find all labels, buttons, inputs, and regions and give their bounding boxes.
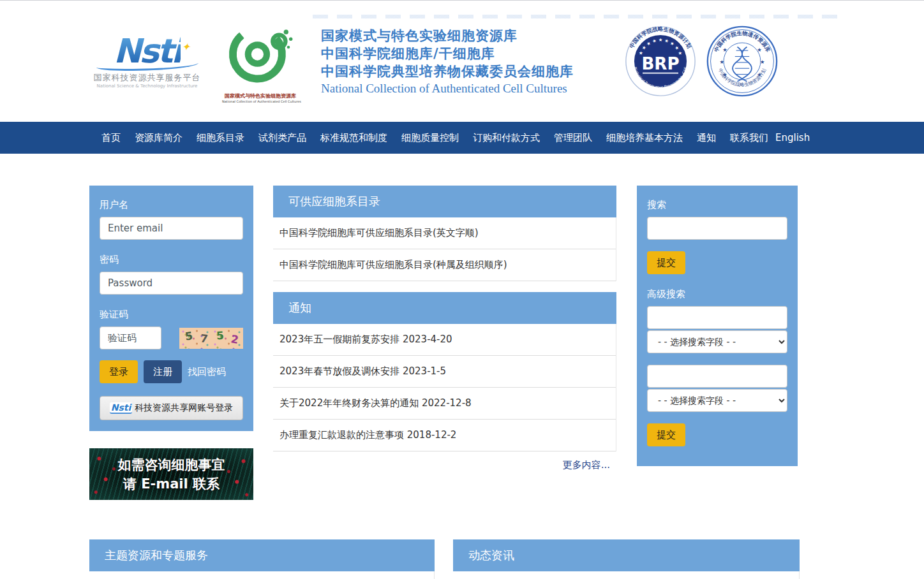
nav-item-contact[interactable]: 联系我们: [723, 132, 775, 144]
topics-section: 主题资源和专题服务 肺细胞和肺癌细胞资源推介 2023-7-18: [89, 539, 435, 579]
notices-section: 通知 2023年五一假期前复苏安排 2023-4-20 2023年春节放假及调休…: [273, 292, 616, 471]
dna-badge-icon: 中国科学院生物遗传资源库 中国科学院战略生物资源计划 ★★ ★★ ★★: [706, 26, 778, 97]
nav-item-notices[interactable]: 通知: [690, 132, 723, 144]
catalog-item-species-tissue[interactable]: 中国科学院细胞库可供应细胞系目录(种属及组织顺序): [273, 249, 616, 281]
catalog-section: 可供应细胞系目录 中国科学院细胞库可供应细胞系目录(英文字顺) 中国科学院细胞库…: [273, 186, 616, 281]
svg-text:★: ★: [722, 47, 727, 53]
search-field-select-wrap: - - 选择搜索字段 - -: [647, 389, 787, 412]
notice-date: 2022-12-8: [422, 397, 472, 409]
notice-date: 2023-1-5: [403, 365, 446, 377]
search-submit-button[interactable]: 提交: [647, 251, 685, 274]
search-panel: 搜索 提交 高级搜索 - - 选择搜索字段 - - - - 选择搜索字段 - -…: [637, 186, 798, 466]
captcha-input[interactable]: [100, 326, 161, 349]
search-label: 搜索: [647, 199, 787, 211]
nacc-caption-en: National Collection of Authenticated Cel…: [222, 99, 299, 103]
login-panel: 用户名 密码 验证码 5 7 5 2 登录 注册 找回密码 Nsti: [89, 186, 253, 431]
topics-section-header: 主题资源和专题服务: [89, 539, 435, 571]
nav-item-home[interactable]: 首页: [94, 132, 128, 144]
forgot-password-link[interactable]: 找回密码: [188, 366, 226, 378]
nacc-logo[interactable]: 国家模式与特色实验细胞资源库 National Collection of Au…: [222, 19, 299, 103]
catalog-item-alphabetical[interactable]: 中国科学院细胞库可供应细胞系目录(英文字顺): [273, 217, 616, 249]
search-input[interactable]: [647, 217, 787, 240]
captcha-label: 验证码: [100, 309, 243, 321]
sparkle-icon: ✦: [182, 30, 188, 64]
notice-title: 2023年春节放假及调休安排: [279, 365, 399, 377]
news-item[interactable]: 同行动态：第五届中国干细胞与再生医学协同创新平台大会暨国家干细胞资源库第45期干…: [453, 571, 799, 579]
topic-item[interactable]: 肺细胞和肺癌细胞资源推介 2023-7-18: [89, 571, 434, 579]
news-list: 同行动态：第五届中国干细胞与再生医学协同创新平台大会暨国家干细胞资源库第45期干…: [453, 571, 800, 579]
banner-line-2: 请 E-mail 联系: [123, 474, 220, 494]
notice-title: 办理重复汇款退款的注意事项: [279, 429, 404, 441]
login-buttons-row: 登录 注册 找回密码: [100, 360, 243, 383]
search-field-select-1[interactable]: - - 选择搜索字段 - -: [647, 330, 787, 353]
svg-text:★: ★: [757, 71, 762, 78]
nsti-login-label: 科技资源共享网账号登录: [135, 402, 233, 414]
left-column: 用户名 密码 验证码 5 7 5 2 登录 注册 找回密码 Nsti: [89, 186, 253, 500]
nav-item-quality-control[interactable]: 细胞质量控制: [394, 132, 466, 144]
username-input[interactable]: [100, 217, 243, 240]
notice-date: 2023-4-20: [403, 333, 452, 345]
nav-english-toggle[interactable]: English: [775, 132, 810, 143]
notice-item[interactable]: 关于2022年年终财务决算的通知 2022-12-8: [273, 388, 616, 420]
site-title: 国家模式与特色实验细胞资源库 中国科学院细胞库/干细胞库 中国科学院典型培养物保…: [321, 27, 574, 96]
svg-text:BRP: BRP: [641, 54, 679, 73]
search-field-select-2[interactable]: - - 选择搜索字段 - -: [647, 389, 787, 412]
register-button[interactable]: 注册: [144, 360, 182, 383]
notice-item[interactable]: 2023年五一假期前复苏安排 2023-4-20: [273, 324, 616, 356]
news-section: 动态资讯 同行动态：第五届中国干细胞与再生医学协同创新平台大会暨国家干细胞资源库…: [453, 539, 800, 579]
nacc-caption-zh: 国家模式与特色实验细胞资源库: [222, 92, 299, 99]
nav-item-culture-methods[interactable]: 细胞培养基本方法: [599, 132, 690, 144]
notice-item[interactable]: 2023年春节放假及调休安排 2023-1-5: [273, 356, 616, 388]
nav-item-reagents[interactable]: 试剂类产品: [251, 132, 313, 144]
nav-item-ordering-payment[interactable]: 订购和付款方式: [466, 132, 547, 144]
email-contact-banner[interactable]: 如需咨询细胞事宜 请 E-mail 联系: [89, 448, 253, 500]
captcha-digit: 7: [200, 332, 209, 345]
title-line-3: 中国科学院典型培养物保藏委员会细胞库: [321, 62, 574, 80]
nav-item-about[interactable]: 资源库简介: [128, 132, 190, 144]
password-input[interactable]: [100, 272, 243, 295]
captcha-digit: 5: [216, 328, 224, 342]
nav-item-cell-catalog[interactable]: 细胞系目录: [190, 132, 251, 144]
login-button[interactable]: 登录: [100, 360, 138, 383]
captcha-digit: 2: [230, 332, 239, 346]
nsti-logo-wordmark: Nsti ✦: [114, 34, 181, 68]
svg-text:★: ★: [757, 47, 762, 53]
nsti-logo[interactable]: Nsti ✦ 国家科技资源共享服务平台 National Science & T…: [91, 34, 203, 89]
more-content-link[interactable]: 更多内容...: [273, 459, 610, 471]
notices-list: 2023年五一假期前复苏安排 2023-4-20 2023年春节放假及调休安排 …: [273, 324, 616, 451]
captcha-image[interactable]: 5 7 5 2: [179, 328, 243, 349]
site-header: Nsti ✦ 国家科技资源共享服务平台 National Science & T…: [0, 1, 924, 122]
topics-list: 肺细胞和肺癌细胞资源推介 2023-7-18: [89, 571, 435, 579]
notice-title: 关于2022年年终财务决算的通知: [279, 397, 419, 409]
password-label: 密码: [100, 254, 243, 266]
main-nav: 首页 资源库简介 细胞系目录 试剂类产品 标准规范和制度 细胞质量控制 订购和付…: [0, 122, 924, 154]
nsti-account-login-button[interactable]: Nsti 科技资源共享网账号登录: [100, 396, 243, 420]
banner-line-1: 如需咨询细胞事宜: [118, 455, 225, 474]
nsti-caption-zh: 国家科技资源共享服务平台: [91, 72, 203, 84]
advanced-search-input-1[interactable]: [647, 306, 787, 329]
advanced-search-input-2[interactable]: [647, 365, 787, 388]
advanced-search-submit-button[interactable]: 提交: [647, 423, 685, 446]
clipped-header-text-artifact: [313, 15, 842, 18]
advanced-search-label: 高级搜索: [647, 288, 787, 300]
cell-bank-ring-icon: [225, 19, 295, 89]
nsti-caption-en: National Science & Technology Infrastruc…: [91, 84, 203, 89]
title-english: National Collection of Authenticated Cel…: [321, 82, 574, 96]
notice-item[interactable]: 办理重复汇款退款的注意事项 2018-12-2: [273, 420, 616, 451]
notice-date: 2018-12-2: [407, 429, 457, 441]
captcha-row: 5 7 5 2: [100, 326, 243, 349]
brp-badge-icon: 中国科学院战略生物资源计划 ★ ★ ★ ★ ★ ★ ★ ★ ★ BRP Biol…: [625, 26, 696, 97]
notices-section-header: 通知: [273, 292, 616, 324]
middle-column: 可供应细胞系目录 中国科学院细胞库可供应细胞系目录(英文字顺) 中国科学院细胞库…: [273, 186, 616, 471]
nav-item-standards[interactable]: 标准规范和制度: [313, 132, 394, 144]
catalog-section-header: 可供应细胞系目录: [273, 186, 616, 217]
bottom-row: 主题资源和专题服务 肺细胞和肺癌细胞资源推介 2023-7-18 动态资讯 同行…: [89, 539, 924, 579]
nav-item-team[interactable]: 管理团队: [547, 132, 599, 144]
svg-text:★: ★: [760, 59, 765, 65]
header-badges: 中国科学院战略生物资源计划 ★ ★ ★ ★ ★ ★ ★ ★ ★ BRP Biol…: [625, 26, 778, 97]
notice-title: 2023年五一假期前复苏安排: [279, 333, 399, 345]
nsti-mini-logo-icon: Nsti: [110, 402, 133, 414]
username-label: 用户名: [100, 199, 243, 211]
svg-text:★: ★: [720, 59, 725, 65]
title-line-2: 中国科学院细胞库/干细胞库: [321, 45, 574, 62]
